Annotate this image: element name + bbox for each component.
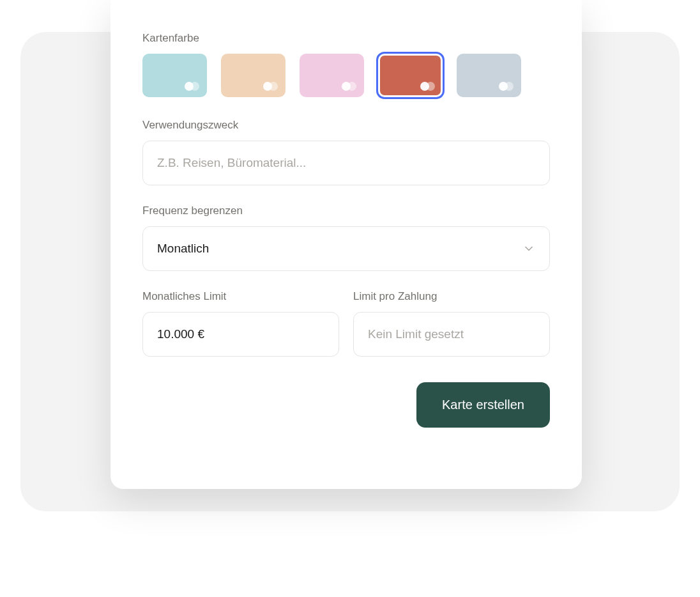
monthly-limit-label: Monatliches Limit (142, 290, 339, 303)
purpose-label: Verwendungszweck (142, 119, 550, 132)
per-payment-limit-label: Limit pro Zahlung (353, 290, 550, 303)
frequency-selected-value: Monatlich (157, 242, 209, 256)
monthly-limit-input[interactable] (142, 312, 339, 357)
per-payment-limit-input[interactable] (353, 312, 550, 357)
mastercard-icon (499, 81, 514, 91)
create-card-panel: Kartenfarbe Verwendungszweck Frequenz be… (110, 0, 582, 489)
purpose-input[interactable] (142, 141, 550, 185)
mastercard-icon (420, 81, 436, 91)
chevron-down-icon (522, 242, 535, 255)
color-swatch-peach[interactable] (221, 54, 285, 97)
mastercard-icon (342, 81, 357, 91)
color-swatch-teal[interactable] (142, 54, 207, 97)
mastercard-icon (185, 81, 200, 91)
frequency-label: Frequenz begrenzen (142, 205, 550, 217)
color-label: Kartenfarbe (142, 32, 550, 45)
create-card-button[interactable]: Karte erstellen (416, 382, 550, 428)
mastercard-icon (263, 81, 278, 91)
frequency-select[interactable]: Monatlich (142, 226, 550, 271)
color-swatches (142, 54, 550, 97)
color-swatch-terracotta[interactable] (378, 54, 443, 97)
color-swatch-slate[interactable] (457, 54, 521, 97)
color-swatch-pink[interactable] (300, 54, 364, 97)
